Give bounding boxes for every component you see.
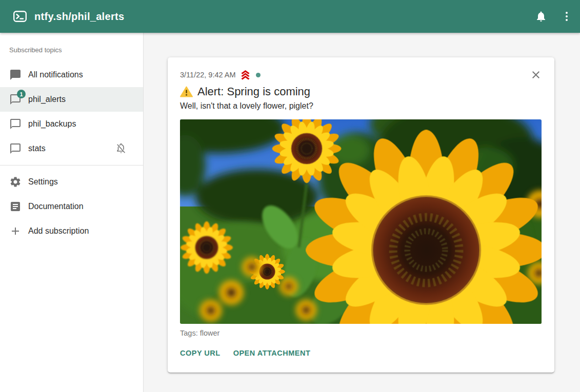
unread-dot <box>256 73 261 77</box>
sidebar-item-label: Add subscription <box>28 226 89 236</box>
subscribed-topics-label: Subscribed topics <box>0 33 143 63</box>
sidebar-item-documentation[interactable]: Documentation <box>0 194 143 219</box>
chat-bubble-outline-icon <box>9 142 22 155</box>
sidebar-item-label: All notifications <box>28 70 83 79</box>
notification-title: Alert: Spring is coming <box>197 85 310 98</box>
article-icon <box>9 200 22 213</box>
notification-body: Well, isn't that a lovely flower, piglet… <box>180 101 542 111</box>
notification-meta-row: 3/11/22, 9:42 AM <box>180 69 542 81</box>
sidebar-item-label: phil_alerts <box>28 95 66 104</box>
sidebar-item-label: phil_backups <box>28 119 76 129</box>
sidebar-item-settings[interactable]: Settings <box>0 170 143 194</box>
plus-icon <box>9 225 22 237</box>
close-icon[interactable] <box>530 69 542 81</box>
sidebar-item-label: Documentation <box>28 202 84 211</box>
notification-title-row: Alert: Spring is coming <box>180 85 542 98</box>
sidebar: Subscribed topics All notifications 1 ph… <box>0 33 144 392</box>
open-attachment-button[interactable]: OPEN ATTACHMENT <box>233 348 311 358</box>
notification-card: 3/11/22, 9:42 AM <box>168 57 554 373</box>
app-header: ntfy.sh/phil_alerts <box>0 0 580 33</box>
notification-tags: Tags: flower <box>180 329 542 338</box>
sidebar-item-stats[interactable]: stats <box>0 136 143 161</box>
sidebar-item-label: stats <box>28 144 46 153</box>
priority-max-chevrons-icon <box>239 70 251 80</box>
chat-bubble-filled-icon <box>9 69 22 81</box>
sidebar-divider <box>0 165 143 166</box>
sidebar-item-label: Settings <box>28 177 58 187</box>
gear-icon <box>9 176 22 188</box>
kebab-menu-icon[interactable] <box>561 10 573 23</box>
warning-triangle-icon <box>180 86 193 97</box>
chat-bubble-outline-icon: 1 <box>9 93 22 106</box>
page-title: ntfy.sh/phil_alerts <box>34 11 124 23</box>
copy-url-button[interactable]: COPY URL <box>180 348 221 358</box>
sidebar-item-all-notifications[interactable]: All notifications <box>0 63 143 87</box>
terminal-icon <box>13 11 27 22</box>
sidebar-item-add-subscription[interactable]: Add subscription <box>0 219 143 243</box>
attachment-image[interactable] <box>180 119 542 324</box>
bell-off-icon <box>115 142 127 155</box>
notification-timestamp: 3/11/22, 9:42 AM <box>180 71 236 79</box>
main-content: 3/11/22, 9:42 AM <box>144 33 580 392</box>
sidebar-item-phil-alerts[interactable]: 1 phil_alerts <box>0 87 143 112</box>
unread-count-badge: 1 <box>17 90 26 98</box>
sidebar-item-phil-backups[interactable]: phil_backups <box>0 112 143 136</box>
chat-bubble-outline-icon <box>9 118 22 130</box>
bell-icon[interactable] <box>535 10 547 23</box>
notification-actions: COPY URL OPEN ATTACHMENT <box>180 348 542 358</box>
